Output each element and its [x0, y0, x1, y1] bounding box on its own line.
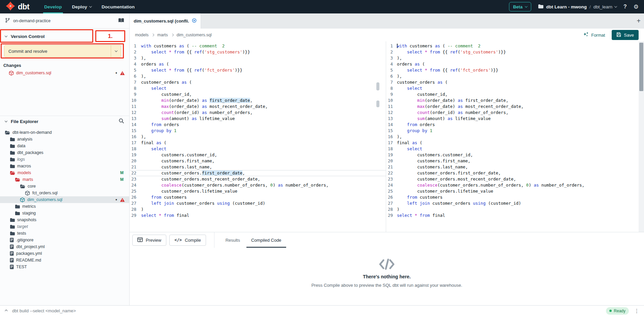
code-line-17[interactable]: 17final as ( [130, 140, 386, 146]
tree-item-macros[interactable]: macros [0, 163, 129, 169]
code-line-1[interactable]: 1with customers as ( -- comment 2 [130, 43, 386, 49]
tab-dim-customers[interactable]: dim_customers.sql (confli... [130, 13, 201, 29]
dbt-logo[interactable]: dbt [5, 1, 29, 12]
code-pane-right[interactable]: 1with customers as ( -- comment 22 selec… [386, 41, 639, 232]
tree-item-dim_customers.sql[interactable]: dim_customers.sql• [0, 196, 129, 203]
tree-item-core[interactable]: core [0, 183, 129, 190]
code-line-11[interactable]: 11 max(order_date) as most_recent_order_… [386, 104, 639, 110]
code-line-13[interactable]: 13 sum(amount) as lifetime_value [386, 116, 639, 122]
tree-item-tests[interactable]: tests [0, 230, 129, 237]
code-line-18[interactable]: 18 select [386, 146, 639, 152]
changed-file-dim_customers.sql[interactable]: dim_customers.sql• [0, 70, 129, 76]
tree-item-fct_orders.sql[interactable]: fct_orders.sql [0, 190, 129, 196]
nav-item-documentation[interactable]: Documentation [102, 0, 135, 13]
code-line-28[interactable]: 28) [386, 206, 639, 212]
code-line-17[interactable]: 17final as ( [386, 140, 639, 146]
tree-item-staging[interactable]: staging [0, 210, 129, 216]
tree-item-packages.yml[interactable]: packages.yml [0, 250, 129, 257]
commit-button-label[interactable]: Commit and resolve [4, 45, 111, 57]
tree-item-dbt_project.yml[interactable]: dbt_project.yml [0, 243, 129, 250]
code-line-5[interactable]: 5 select * from {{ ref('fct_orders')}} [386, 67, 639, 73]
commit-and-resolve-button[interactable]: Commit and resolve [4, 45, 121, 57]
format-button[interactable]: Format [583, 32, 605, 38]
tree-item-dbt_packages[interactable]: dbt_packages [0, 149, 129, 156]
code-line-6[interactable]: 6), [130, 73, 386, 79]
code-line-22[interactable]: 22 customer_orders.first_order_date, [130, 170, 386, 176]
code-line-25[interactable]: 25 customer_orders.lifetime_value [130, 188, 386, 194]
code-line-20[interactable]: 20 customers.first_name, [386, 158, 639, 164]
code-line-3[interactable]: 3), [386, 55, 639, 61]
code-line-1[interactable]: 1with customers as ( -- comment 2 [386, 43, 639, 49]
branch-row[interactable]: on-demand-practice [0, 13, 129, 29]
code-line-29[interactable]: 29select * from final [130, 212, 386, 219]
editor-scrollbar[interactable] [639, 41, 644, 232]
code-line-14[interactable]: 14 from orders [386, 122, 639, 128]
code-line-20[interactable]: 20 customers.first_name, [130, 158, 386, 164]
code-pane-left[interactable]: 1with customers as ( -- comment 22 selec… [130, 41, 386, 232]
project-switcher[interactable]: dbt_learn [594, 4, 617, 9]
code-line-16[interactable]: 16), [130, 134, 386, 140]
code-line-28[interactable]: 28) [130, 206, 386, 212]
code-line-24[interactable]: 24 coalesce(customer_orders.number_of_or… [130, 182, 386, 188]
code-line-27[interactable]: 27 left join customer_orders using (cust… [386, 200, 639, 206]
code-line-23[interactable]: 23 customer_orders.most_recent_order_dat… [386, 176, 639, 182]
code-line-5[interactable]: 5 select * from {{ ref('fct_orders')}} [130, 67, 386, 73]
code-line-26[interactable]: 26 from customers [386, 194, 639, 200]
command-input[interactable]: dbt build --select <model_name> [12, 308, 601, 313]
tree-item-data[interactable]: data [0, 143, 129, 149]
search-icon[interactable] [118, 118, 124, 125]
tree-item-snapshots[interactable]: snapshots [0, 216, 129, 223]
code-line-19[interactable]: 19 customers.customer_id, [386, 152, 639, 158]
code-line-26[interactable]: 26 from customers [130, 194, 386, 200]
breadcrumb-models[interactable]: models [135, 33, 148, 37]
tree-item-models[interactable]: modelsM [0, 169, 129, 176]
code-line-25[interactable]: 25 customer_orders.lifetime_value [386, 188, 639, 194]
new-tab-button[interactable]: + [637, 13, 641, 29]
code-line-10[interactable]: 10 min(order_date) as first_order_date, [386, 97, 639, 104]
scrollbar-marker[interactable] [376, 101, 379, 107]
kebab-menu-icon[interactable]: ⋮ [634, 308, 639, 314]
code-line-13[interactable]: 13 sum(amount) as lifetime_value [130, 116, 386, 122]
tree-item-target[interactable]: target [0, 223, 129, 230]
code-line-7[interactable]: 7customer_orders as ( [386, 79, 639, 85]
breadcrumb-file[interactable]: dim_customers.sql [177, 33, 212, 37]
code-line-11[interactable]: 11 max(order_date) as most_recent_order_… [130, 104, 386, 110]
version-control-header[interactable]: Version Control [0, 30, 129, 43]
scrollbar-marker[interactable] [376, 82, 379, 90]
gear-icon[interactable]: ⚙ [634, 3, 639, 10]
code-line-3[interactable]: 3), [130, 55, 386, 61]
code-line-18[interactable]: 18 select [130, 146, 386, 152]
scrollbar-thumb[interactable] [639, 43, 643, 91]
code-line-12[interactable]: 12 count(order_id) as number_of_orders, [130, 110, 386, 116]
beta-toggle[interactable]: Beta [509, 2, 531, 11]
code-line-15[interactable]: 15 group by 1 [130, 128, 386, 134]
code-line-7[interactable]: 7customer_orders as ( [130, 79, 386, 85]
tree-item-logs[interactable]: logs [0, 156, 129, 163]
account-switcher[interactable]: dbt Learn - mwong / dbt_learn [538, 4, 617, 10]
code-line-29[interactable]: 29select * from final [386, 212, 639, 219]
breadcrumb-marts[interactable]: marts [157, 33, 168, 37]
nav-item-deploy[interactable]: Deploy [72, 0, 92, 13]
code-line-22[interactable]: 22 customer_orders.first_order_date, [386, 170, 639, 176]
file-explorer-header[interactable]: File Explorer [0, 116, 129, 127]
code-line-9[interactable]: 9 customer_id, [130, 91, 386, 97]
code-line-2[interactable]: 2 select * from {{ ref('stg_customers')}… [386, 49, 639, 55]
code-line-15[interactable]: 15 group by 1 [386, 128, 639, 134]
tree-item-README.md[interactable]: README.md [0, 257, 129, 264]
code-line-21[interactable]: 21 customers.last_name, [386, 164, 639, 170]
preview-button[interactable]: Preview [132, 235, 166, 246]
commit-options-caret[interactable] [111, 45, 121, 57]
tree-item-marts[interactable]: martsM [0, 176, 129, 183]
code-line-12[interactable]: 12 count(order_id) as number_of_orders, [386, 110, 639, 116]
code-line-27[interactable]: 27 left join customer_orders using (cust… [130, 200, 386, 206]
collapse-panel-button[interactable] [5, 310, 7, 312]
nav-item-develop[interactable]: Develop [44, 0, 62, 13]
save-button[interactable]: Save [612, 30, 639, 40]
code-line-4[interactable]: 4orders as ( [386, 61, 639, 67]
code-line-24[interactable]: 24 coalesce(customer_orders.number_of_or… [386, 182, 639, 188]
code-line-8[interactable]: 8 select [130, 85, 386, 91]
code-line-10[interactable]: 10 min(order_date) as first_order_date, [130, 97, 386, 104]
code-line-4[interactable]: 4orders as ( [130, 61, 386, 67]
code-line-16[interactable]: 16), [386, 134, 639, 140]
code-line-2[interactable]: 2 select * from {{ ref('stg_customers')}… [130, 49, 386, 55]
